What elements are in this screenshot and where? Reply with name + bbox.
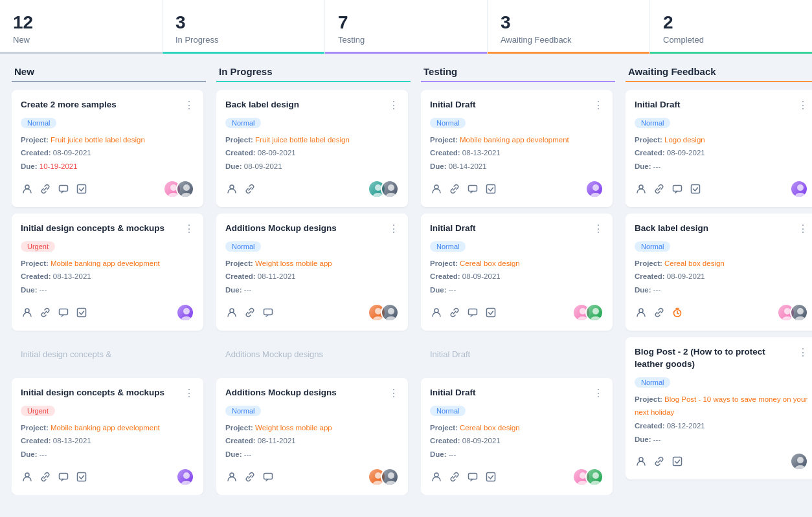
card-menu-button[interactable]: ⋮ [184,99,194,111]
avatar [176,468,194,486]
link-icon[interactable] [243,182,256,195]
svg-point-44 [592,308,599,314]
link-icon[interactable] [39,470,52,483]
project-label: Project: Mobile banking app development [430,133,603,147]
svg-rect-13 [60,473,68,479]
card-menu-button[interactable]: ⋮ [593,387,603,399]
chat-icon[interactable] [466,182,479,195]
person-icon[interactable] [430,306,443,319]
priority-badge: Normal [225,406,261,416]
chat-icon[interactable] [466,470,479,483]
card-meta: Project: Weight loss mobile app Created:… [225,421,399,461]
person-icon[interactable] [225,470,238,483]
link-icon[interactable] [243,306,256,319]
stat-testing: 7 Testing [325,0,488,54]
task-card[interactable]: Initial design concepts & mockups⋮Urgent… [12,214,203,331]
card-title: Initial design concepts & mockups [21,387,184,399]
check-icon[interactable] [484,182,497,195]
chat-icon[interactable] [57,182,70,195]
check-icon[interactable] [75,182,88,195]
link-icon[interactable] [653,455,666,468]
chat-icon[interactable] [262,306,275,319]
task-card[interactable]: Back label design⋮NormalProject: Fruit j… [216,90,408,207]
project-label: Project: Weight loss mobile app [225,421,399,435]
stat-new: 12 New [0,0,163,54]
due-label: Due: --- [225,448,399,461]
priority-badge: Urgent [21,406,55,416]
card-footer [635,180,808,198]
person-icon[interactable] [225,182,238,195]
check-icon[interactable] [75,470,88,483]
card-meta: Project: Cereal box design Created: 08-0… [430,257,603,297]
svg-point-17 [230,185,234,189]
priority-badge: Normal [430,241,466,252]
task-card[interactable]: Back label design⋮NormalProject: Cereal … [626,214,812,331]
person-icon[interactable] [21,470,34,483]
due-value: 08-09-2021 [244,162,282,170]
due-value: --- [653,435,661,443]
link-icon[interactable] [448,470,461,483]
person-icon[interactable] [225,306,238,319]
chat-icon[interactable] [262,470,275,483]
person-icon[interactable] [430,182,443,195]
column-header-testing: Testing [421,66,615,82]
svg-point-10 [183,308,190,314]
stat-in-progress: 3 In Progress [163,0,325,54]
card-title: Back label design [635,223,798,235]
card-meta: Project: Blog Post - 10 ways to save mon… [635,393,808,446]
check-icon[interactable] [484,306,497,319]
person-icon[interactable] [635,182,648,195]
card-menu-button[interactable]: ⋮ [389,99,399,111]
card-header: Additions Mockup designs⋮ [225,387,399,399]
task-card[interactable]: Additions Mockup designs⋮NormalProject: … [216,214,408,331]
link-icon[interactable] [653,306,666,319]
task-card[interactable]: Initial design concepts & mockups⋮Urgent… [12,378,203,495]
task-card[interactable]: Additions Mockup designs⋮NormalProject: … [216,378,408,495]
task-card[interactable]: Initial Draft⋮NormalProject: Logo design… [626,90,812,207]
task-card[interactable]: Create 2 more samples⋮NormalProject: Fru… [12,90,203,207]
card-menu-button[interactable]: ⋮ [389,387,399,399]
task-card[interactable]: Initial Draft⋮NormalProject: Cereal box … [421,214,613,331]
chat-icon[interactable] [671,182,684,195]
check-icon[interactable] [671,455,684,468]
card-menu-button[interactable]: ⋮ [798,346,808,358]
card-menu-button[interactable]: ⋮ [593,99,603,111]
card-menu-button[interactable]: ⋮ [798,99,808,111]
avatar [585,303,603,322]
card-action-icons [635,182,702,195]
column-header-in-progress: In Progress [216,66,411,82]
chat-icon[interactable] [57,306,70,319]
card-menu-button[interactable]: ⋮ [389,223,399,235]
stats-bar: 12 New 3 In Progress 7 Testing 3 Awaitin… [0,0,812,54]
card-avatars [790,180,808,198]
person-icon[interactable] [635,306,648,319]
link-icon[interactable] [448,306,461,319]
chat-icon[interactable] [57,470,70,483]
person-icon[interactable] [635,455,648,468]
link-icon[interactable] [448,182,461,195]
person-icon[interactable] [21,306,34,319]
check-icon[interactable] [484,470,497,483]
task-card[interactable]: Initial Draft⋮NormalProject: Mobile bank… [421,90,613,207]
stat-label: Completed [663,35,799,45]
project-label: Project: Mobile banking app development [21,257,194,270]
chat-icon[interactable] [466,306,479,319]
card-menu-button[interactable]: ⋮ [593,223,603,235]
link-icon[interactable] [653,182,666,195]
svg-point-28 [230,473,234,477]
card-menu-button[interactable]: ⋮ [184,223,194,235]
card-header: Initial Draft⋮ [635,99,808,111]
card-menu-button[interactable]: ⋮ [184,387,194,399]
person-icon[interactable] [430,470,443,483]
timer-icon[interactable] [671,306,684,319]
person-icon[interactable] [21,182,34,195]
card-title: Additions Mockup designs [225,387,389,399]
link-icon[interactable] [243,470,256,483]
card-menu-button[interactable]: ⋮ [798,223,808,235]
check-icon[interactable] [75,306,88,319]
link-icon[interactable] [39,182,52,195]
link-icon[interactable] [39,306,52,319]
task-card[interactable]: Blog Post - 2 (How to to protect leather… [626,337,812,480]
check-icon[interactable] [689,182,702,195]
task-card[interactable]: Initial Draft⋮NormalProject: Cereal box … [421,378,613,495]
